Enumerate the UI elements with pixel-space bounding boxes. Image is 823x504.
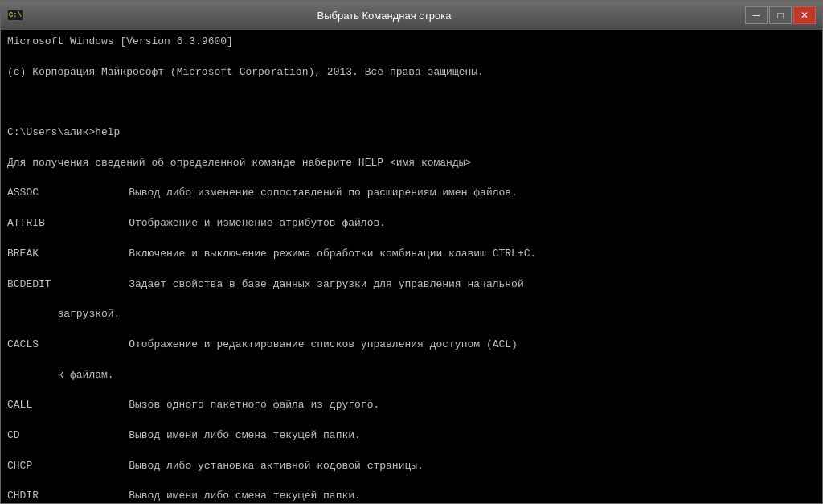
terminal-output[interactable]: Microsoft Windows [Version 6.3.9600] (c)…	[1, 30, 822, 503]
window-title: Выбрать Командная строка	[23, 10, 745, 22]
terminal-prompt: C:\Users\алик>help	[7, 125, 816, 141]
terminal-line: Для получения сведений об определенной к…	[7, 156, 816, 171]
terminal-line: к файлам.	[7, 368, 816, 383]
terminal-cmd: ASSOC Вывод либо изменение сопоставлений…	[7, 186, 816, 201]
close-button[interactable]: ✕	[793, 6, 816, 24]
maximize-button[interactable]: □	[769, 6, 792, 24]
terminal-cmd: BCDEDIT Задает свойства в базе данных за…	[7, 277, 816, 293]
terminal-body: Microsoft Windows [Version 6.3.9600] (c)…	[1, 30, 822, 503]
cmd-window: C:\ Выбрать Командная строка ─ □ ✕ Micro…	[0, 0, 823, 504]
terminal-cmd: CD Вывод имени либо смена текущей папки.	[7, 428, 816, 444]
minimize-button[interactable]: ─	[745, 6, 768, 24]
cmd-icon: C:\	[7, 10, 23, 21]
titlebar: C:\ Выбрать Командная строка ─ □ ✕	[1, 1, 822, 30]
terminal-line: (c) Корпорация Майкрософт (Microsoft Cor…	[7, 65, 816, 80]
terminal-cmd: CHCP Вывод либо установка активной кодов…	[7, 459, 816, 474]
terminal-cmd: BREAK Включение и выключение режима обра…	[7, 247, 816, 262]
terminal-line: загрузкой.	[7, 307, 816, 322]
terminal-line	[7, 95, 816, 110]
terminal-cmd: ATTRIB Отображение и изменение атрибутов…	[7, 216, 816, 232]
titlebar-left: C:\	[7, 10, 23, 21]
window-controls: ─ □ ✕	[745, 6, 816, 24]
terminal-line: Microsoft Windows [Version 6.3.9600]	[7, 35, 816, 50]
terminal-cmd: CHDIR Вывод имени либо смена текущей пап…	[7, 489, 816, 503]
terminal-cmd: CACLS Отображение и редактирование списк…	[7, 338, 816, 353]
terminal-cmd: CALL Вызов одного пакетного файла из дру…	[7, 398, 816, 413]
cmd-icon-label: C:\	[9, 11, 22, 19]
